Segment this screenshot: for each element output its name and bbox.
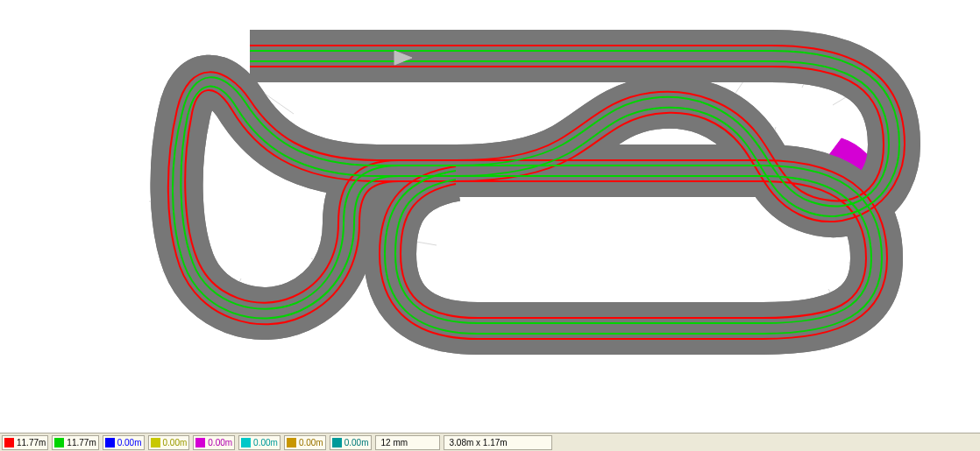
lane-length-label: 0.00m [117, 437, 142, 448]
lane-chip-5[interactable]: 0.00m [238, 435, 281, 450]
lane-swatch [105, 438, 115, 447]
lane-length-chips: 11.77m11.77m0.00m0.00m0.00m0.00m0.00m0.0… [2, 435, 372, 450]
track-design-canvas[interactable] [0, 0, 980, 432]
grid-size-value: 12 mm [381, 438, 408, 447]
lane-swatch [332, 438, 342, 447]
track-svg [0, 0, 980, 432]
status-bar: 11.77m11.77m0.00m0.00m0.00m0.00m0.00m0.0… [0, 433, 980, 451]
lane-length-label: 0.00m [344, 437, 369, 448]
layout-dimensions-value: 3.08m x 1.17m [450, 438, 508, 447]
lane-length-label: 0.00m [163, 437, 188, 448]
lane-swatch [4, 438, 14, 447]
grid-size-cell: 12 mm [375, 435, 440, 450]
lane-chip-4[interactable]: 0.00m [193, 435, 235, 450]
track-render [149, 30, 916, 355]
lane-length-label: 0.00m [299, 437, 323, 448]
lane-length-label: 0.00m [208, 437, 232, 448]
lane-chip-2[interactable]: 0.00m [103, 435, 145, 450]
lane-swatch [287, 438, 296, 447]
lane-chip-3[interactable]: 0.00m [148, 435, 190, 450]
lane-length-label: 11.77m [67, 437, 96, 448]
lane-length-label: 11.77m [17, 437, 46, 448]
lane-chip-6[interactable]: 0.00m [284, 435, 326, 450]
lane-swatch [151, 438, 160, 447]
lane-length-label: 0.00m [253, 437, 278, 448]
lane-chip-1[interactable]: 11.77m [52, 435, 98, 450]
lane-swatch [54, 438, 64, 447]
lane-swatch [195, 438, 205, 447]
lane-chip-0[interactable]: 11.77m [2, 435, 48, 450]
lane-swatch [241, 438, 251, 447]
lane-chip-7[interactable]: 0.00m [330, 435, 372, 450]
layout-dimensions-cell: 3.08m x 1.17m [444, 435, 552, 450]
